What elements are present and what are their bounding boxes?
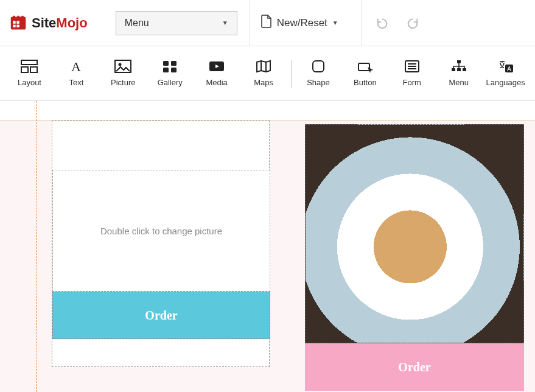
svg-text:A: A (507, 66, 511, 72)
tool-picture[interactable]: Picture (100, 46, 147, 101)
tool-label: Maps (254, 78, 273, 87)
tool-label: Form (403, 78, 421, 87)
svg-rect-1 (13, 15, 15, 18)
form-icon (404, 60, 421, 73)
tool-label: Menu (449, 78, 469, 87)
redo-button[interactable] (406, 16, 419, 30)
svg-rect-28 (463, 68, 466, 71)
svg-rect-16 (163, 68, 169, 72)
document-icon (261, 15, 272, 31)
tool-button[interactable]: Button (341, 46, 388, 101)
svg-rect-8 (21, 60, 37, 65)
tool-form[interactable]: Form (388, 46, 435, 101)
tool-label: Languages (486, 78, 525, 87)
tool-layout[interactable]: Layout (6, 46, 53, 101)
layout-icon (21, 60, 38, 73)
new-reset-button[interactable]: New/Reset ▼ (250, 0, 349, 46)
svg-rect-15 (171, 61, 177, 66)
image-placeholder[interactable]: Double click to change picture (52, 170, 270, 292)
svg-rect-10 (30, 67, 37, 72)
order-button-left[interactable]: Order (52, 292, 270, 339)
shape-icon (310, 60, 327, 73)
tool-label: Media (206, 78, 227, 87)
languages-icon: A (497, 60, 514, 73)
order-button-right[interactable]: Order (305, 343, 524, 391)
new-reset-label: New/Reset (277, 17, 327, 29)
placeholder-text: Double click to change picture (100, 226, 222, 236)
svg-rect-26 (452, 68, 455, 71)
text-icon: A (68, 60, 85, 73)
svg-text:A: A (71, 60, 81, 73)
undo-button[interactable] (376, 16, 389, 30)
tool-gallery[interactable]: Gallery (147, 46, 194, 101)
product-card-right[interactable]: Order (305, 124, 524, 391)
svg-rect-5 (16, 21, 19, 23)
tool-label: Button (354, 78, 377, 87)
svg-rect-2 (17, 15, 19, 18)
svg-rect-14 (163, 61, 169, 66)
tool-media[interactable]: Media (194, 46, 240, 101)
button-tool-icon (357, 60, 374, 73)
page-surface[interactable]: Double click to change picture Order Ord… (37, 101, 535, 392)
product-card-left[interactable]: Double click to change picture Order (52, 121, 270, 367)
product-image-coffee[interactable] (305, 124, 524, 343)
svg-rect-6 (13, 24, 15, 27)
history-controls (362, 0, 433, 46)
top-bar: SiteMojo Menu ▼ New/Reset ▼ (0, 0, 535, 46)
media-icon (208, 60, 225, 73)
editor-canvas[interactable]: Double click to change picture Order Ord… (0, 101, 535, 392)
svg-rect-20 (358, 63, 369, 71)
maps-icon (255, 60, 272, 73)
order-button-label: Order (145, 309, 177, 323)
tool-maps[interactable]: Maps (240, 46, 287, 101)
svg-rect-4 (13, 21, 15, 23)
chevron-down-icon: ▼ (222, 19, 228, 26)
gallery-icon (161, 60, 178, 73)
tool-menu[interactable]: Menu (435, 46, 482, 101)
toolbar-divider (291, 60, 292, 88)
menu-tool-icon (450, 60, 467, 73)
tool-languages[interactable]: A Languages (482, 46, 529, 101)
order-button-label: Order (398, 360, 430, 374)
svg-rect-9 (21, 67, 28, 72)
tool-shape[interactable]: Shape (295, 46, 341, 101)
svg-point-13 (119, 63, 122, 66)
chevron-down-icon: ▼ (332, 19, 338, 26)
tool-label: Picture (111, 78, 135, 87)
svg-rect-3 (21, 15, 24, 18)
brand-icon (10, 15, 27, 32)
brand-logo: SiteMojo (0, 15, 97, 32)
tool-label: Gallery (158, 78, 183, 87)
page-menu-label: Menu (125, 18, 149, 29)
svg-rect-27 (457, 68, 461, 71)
tool-label: Shape (307, 78, 330, 87)
brand-name: SiteMojo (32, 15, 88, 31)
svg-rect-25 (457, 60, 461, 63)
insert-toolbar: Layout A Text Picture Gallery Media Maps… (0, 46, 535, 101)
tool-label: Layout (18, 78, 41, 87)
tool-label: Text (69, 78, 83, 87)
svg-rect-19 (313, 61, 324, 72)
tool-text[interactable]: A Text (53, 46, 100, 101)
svg-rect-7 (16, 24, 19, 27)
svg-rect-17 (171, 68, 177, 72)
page-menu-dropdown[interactable]: Menu ▼ (116, 11, 237, 35)
picture-icon (114, 60, 131, 73)
